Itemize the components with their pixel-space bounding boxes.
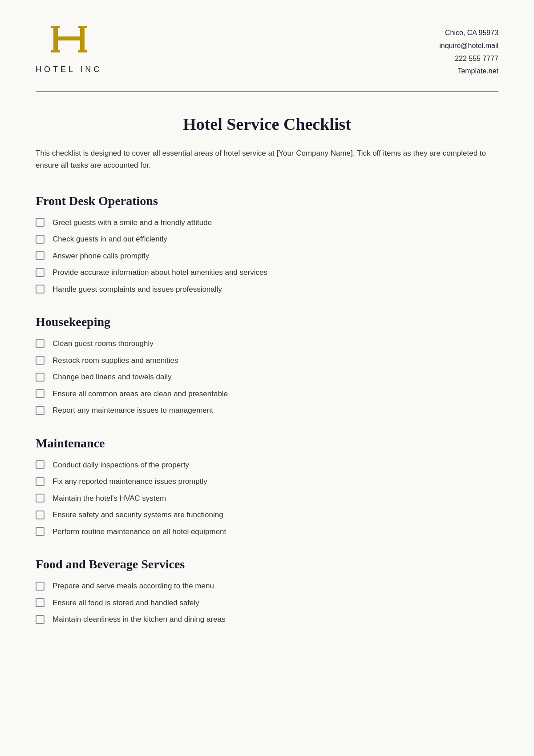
checkbox-icon[interactable]: [36, 218, 44, 227]
svg-rect-4: [78, 26, 87, 28]
logo-section: HOTEL INC: [36, 22, 102, 74]
checklist-item-text: Maintain the hotel's HVAC system: [53, 493, 166, 504]
checklist-item-text: Report any maintenance issues to managem…: [53, 405, 213, 416]
contact-website: Template.net: [439, 65, 498, 78]
svg-rect-6: [78, 50, 87, 52]
checklist-item-text: Clean guest rooms thoroughly: [53, 338, 154, 350]
section-maintenance: MaintenanceConduct daily inspections of …: [36, 436, 498, 538]
checkbox-icon[interactable]: [36, 460, 44, 469]
section-title-front-desk: Front Desk Operations: [36, 194, 498, 208]
hotel-logo-icon: [49, 22, 89, 62]
checklist-item-text: Prepare and serve meals according to the…: [53, 580, 214, 592]
page-title: Hotel Service Checklist: [36, 114, 498, 134]
section-food-beverage: Food and Beverage ServicesPrepare and se…: [36, 557, 498, 625]
checklist-item-text: Ensure safety and security systems are f…: [53, 509, 223, 521]
checkbox-icon[interactable]: [36, 477, 44, 486]
svg-rect-3: [51, 26, 60, 28]
svg-point-7: [65, 37, 73, 40]
checklist-item-text: Change bed linens and towels daily: [53, 371, 171, 383]
checklist-item-text: Handle guest complaints and issues profe…: [53, 284, 222, 295]
intro-text: This checklist is designed to cover all …: [36, 147, 498, 171]
list-item: Prepare and serve meals according to the…: [36, 580, 498, 592]
checkbox-icon[interactable]: [36, 406, 44, 415]
checkbox-icon[interactable]: [36, 389, 44, 398]
page: HOTEL INC Chico, CA 95973 inquire@hotel.…: [0, 0, 534, 756]
section-title-housekeeping: Housekeeping: [36, 315, 498, 329]
section-title-food-beverage: Food and Beverage Services: [36, 557, 498, 571]
checklist-item-text: Check guests in and out efficiently: [53, 233, 167, 245]
list-item: Ensure all common areas are clean and pr…: [36, 388, 498, 400]
checkbox-icon[interactable]: [36, 527, 44, 536]
contact-info: Chico, CA 95973 inquire@hotel.mail 222 5…: [439, 22, 498, 78]
list-item: Handle guest complaints and issues profe…: [36, 284, 498, 295]
checklist-item-text: Greet guests with a smile and a friendly…: [53, 217, 212, 229]
list-item: Answer phone calls promptly: [36, 250, 498, 262]
contact-address: Chico, CA 95973: [439, 27, 498, 40]
checklist-front-desk: Greet guests with a smile and a friendly…: [36, 217, 498, 295]
list-item: Perform routine maintenance on all hotel…: [36, 526, 498, 538]
checkbox-icon[interactable]: [36, 615, 44, 624]
checkbox-icon[interactable]: [36, 494, 44, 503]
checklist-maintenance: Conduct daily inspections of the propert…: [36, 459, 498, 538]
checkbox-icon[interactable]: [36, 285, 44, 294]
header: HOTEL INC Chico, CA 95973 inquire@hotel.…: [36, 22, 498, 87]
contact-email: inquire@hotel.mail: [439, 40, 498, 52]
logo-text: HOTEL INC: [36, 65, 102, 74]
checkbox-icon[interactable]: [36, 339, 44, 348]
header-divider: [36, 91, 498, 92]
checkbox-icon[interactable]: [36, 582, 44, 591]
contact-phone: 222 555 7777: [439, 52, 498, 65]
list-item: Maintain cleanliness in the kitchen and …: [36, 614, 498, 625]
section-front-desk: Front Desk OperationsGreet guests with a…: [36, 194, 498, 295]
section-housekeeping: HousekeepingClean guest rooms thoroughly…: [36, 315, 498, 416]
checklist-item-text: Maintain cleanliness in the kitchen and …: [53, 614, 225, 625]
checkbox-icon[interactable]: [36, 251, 44, 260]
list-item: Report any maintenance issues to managem…: [36, 405, 498, 416]
list-item: Greet guests with a smile and a friendly…: [36, 217, 498, 229]
checkbox-icon[interactable]: [36, 356, 44, 365]
list-item: Conduct daily inspections of the propert…: [36, 459, 498, 471]
list-item: Provide accurate information about hotel…: [36, 267, 498, 278]
checklist-housekeeping: Clean guest rooms thoroughlyRestock room…: [36, 338, 498, 416]
list-item: Restock room supplies and amenities: [36, 355, 498, 366]
checklist-item-text: Restock room supplies and amenities: [53, 355, 178, 366]
checklist-item-text: Provide accurate information about hotel…: [53, 267, 267, 278]
checkbox-icon[interactable]: [36, 373, 44, 382]
checkbox-icon[interactable]: [36, 598, 44, 607]
list-item: Check guests in and out efficiently: [36, 233, 498, 245]
sections-container: Front Desk OperationsGreet guests with a…: [36, 194, 498, 625]
svg-rect-5: [51, 50, 60, 52]
checklist-item-text: Conduct daily inspections of the propert…: [53, 459, 189, 471]
checklist-item-text: Perform routine maintenance on all hotel…: [53, 526, 226, 538]
checklist-item-text: Ensure all food is stored and handled sa…: [53, 597, 199, 609]
list-item: Ensure all food is stored and handled sa…: [36, 597, 498, 609]
checkbox-icon[interactable]: [36, 511, 44, 519]
section-title-maintenance: Maintenance: [36, 436, 498, 450]
list-item: Maintain the hotel's HVAC system: [36, 493, 498, 504]
checklist-item-text: Answer phone calls promptly: [53, 250, 149, 262]
list-item: Ensure safety and security systems are f…: [36, 509, 498, 521]
list-item: Change bed linens and towels daily: [36, 371, 498, 383]
checklist-item-text: Fix any reported maintenance issues prom…: [53, 476, 207, 487]
checkbox-icon[interactable]: [36, 268, 44, 277]
list-item: Fix any reported maintenance issues prom…: [36, 476, 498, 487]
checklist-food-beverage: Prepare and serve meals according to the…: [36, 580, 498, 625]
checkbox-icon[interactable]: [36, 235, 44, 244]
checklist-item-text: Ensure all common areas are clean and pr…: [53, 388, 228, 400]
list-item: Clean guest rooms thoroughly: [36, 338, 498, 350]
